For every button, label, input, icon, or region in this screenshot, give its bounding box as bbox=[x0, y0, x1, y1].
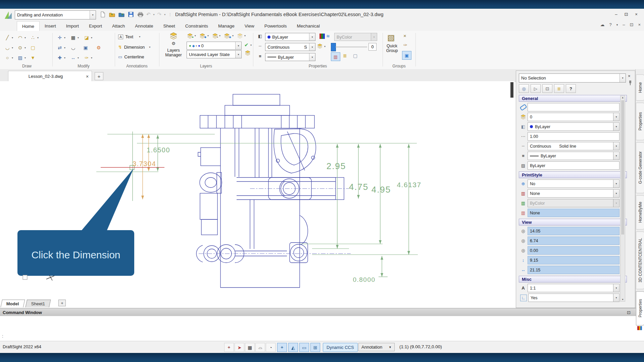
chevron-down-icon[interactable]: ▾ bbox=[90, 11, 96, 19]
select-entities-icon[interactable]: ▷ bbox=[531, 84, 541, 93]
view-height-field[interactable]: 9.15 bbox=[528, 256, 620, 264]
drawing-viewport[interactable]: 1.6500 3.7304 2.95 4.75 4.95 4.6137 0.80… bbox=[0, 81, 514, 308]
transparency-field[interactable]: ByLayer bbox=[528, 161, 620, 170]
caret-icon[interactable]: ▾ bbox=[64, 56, 65, 59]
tab-annotate[interactable]: Annotate bbox=[130, 21, 158, 31]
point-tool-icon[interactable]: ∴ bbox=[30, 34, 36, 41]
caret-icon[interactable]: ▾ bbox=[207, 34, 209, 37]
caret-icon[interactable]: ▾ bbox=[149, 46, 150, 49]
fillet-tool-icon[interactable]: ◡ bbox=[70, 44, 77, 51]
annotation-dimension[interactable]: ↯ Dimension ▾ bbox=[118, 44, 150, 50]
chevron-down-icon[interactable]: ▾ bbox=[613, 294, 620, 302]
side-tab-gcode-generator[interactable]: G-code Generator bbox=[636, 142, 644, 193]
doc-close-icon[interactable]: × bbox=[638, 22, 641, 27]
doc-restore-icon[interactable]: ⊡ bbox=[630, 22, 634, 27]
workspace-selector[interactable]: Drafting and Annotation ▾ bbox=[15, 10, 96, 19]
add-sheet-button[interactable]: + bbox=[58, 300, 66, 306]
palette-scrollbar[interactable]: ▴ ▾ bbox=[620, 96, 625, 302]
dimension-lines-green[interactable] bbox=[96, 132, 418, 277]
dimension-text[interactable]: 4.6137 bbox=[397, 181, 421, 189]
window-minimize-button[interactable]: – bbox=[611, 10, 621, 18]
caret-icon[interactable]: ▾ bbox=[37, 36, 39, 39]
side-tab-3d-contentcentral[interactable]: 3D CONTENTCENTRAL bbox=[636, 231, 644, 289]
annotation-centerline[interactable]: ▭ Centerline bbox=[118, 54, 144, 59]
new-file-icon[interactable] bbox=[99, 11, 106, 18]
chevron-down-icon[interactable]: ▾ bbox=[613, 284, 620, 292]
quick-properties-icon[interactable]: ≣ bbox=[554, 84, 564, 93]
transparency-value-box[interactable]: 0 bbox=[368, 43, 377, 51]
section-header-misc[interactable]: Misc ▲ bbox=[519, 276, 627, 282]
quick-group-button[interactable]: Quick Group bbox=[383, 44, 401, 53]
blank-sheet-icon[interactable]: ▢ bbox=[353, 53, 357, 58]
edit-grip-tool-icon[interactable]: ✑ bbox=[83, 54, 90, 61]
undo-icon[interactable]: ↶ bbox=[146, 11, 151, 17]
edit-group-icon[interactable]: ✑ bbox=[403, 42, 407, 48]
caret-icon[interactable]: ▾ bbox=[12, 56, 13, 59]
tab-constraints[interactable]: Constraints bbox=[180, 21, 213, 31]
scrollbar-thumb[interactable] bbox=[621, 100, 624, 235]
tab-import[interactable]: Import bbox=[61, 21, 84, 31]
ortho-toggle-icon[interactable]: ⌓ bbox=[255, 343, 265, 352]
printstyle-table-field[interactable]: None bbox=[528, 189, 613, 198]
caret-icon[interactable]: ▾ bbox=[219, 34, 220, 37]
erase-tool-icon[interactable]: ◪ bbox=[83, 34, 90, 41]
print-icon[interactable] bbox=[137, 11, 144, 18]
transparency-slider-handle[interactable] bbox=[331, 43, 336, 51]
caret-icon[interactable]: ▾ bbox=[24, 46, 26, 49]
palette-close-icon[interactable]: × bbox=[628, 73, 631, 79]
properties-report-icon[interactable]: ≣ bbox=[343, 53, 347, 58]
caret-icon[interactable]: ▾ bbox=[78, 56, 79, 59]
layer-state-combo[interactable]: Unsaved Layer State ▾ bbox=[187, 50, 242, 58]
layer-hide-icon[interactable] bbox=[237, 33, 243, 39]
document-tab[interactable]: Lesson_02-3.dwg × bbox=[8, 71, 92, 82]
caret-icon[interactable]: ▾ bbox=[244, 34, 246, 37]
redo-dropdown-icon[interactable]: ▾ bbox=[164, 13, 165, 16]
tab-insert[interactable]: Insert bbox=[40, 21, 61, 31]
save-as-icon[interactable] bbox=[118, 11, 125, 18]
tab-sheet[interactable]: Sheet bbox=[158, 21, 180, 31]
chevron-down-icon[interactable]: ▾ bbox=[309, 53, 315, 61]
command-input-line[interactable]: : bbox=[0, 333, 644, 341]
dimension-text[interactable]: 0.8000 bbox=[353, 276, 375, 283]
polygon-tool-icon[interactable]: ▢ bbox=[30, 44, 36, 51]
ucs-field[interactable]: Yes bbox=[528, 294, 613, 302]
caret-icon[interactable]: ▾ bbox=[78, 36, 79, 39]
arc-tool-icon[interactable]: ◡ bbox=[4, 44, 11, 51]
dimension-text[interactable]: 4.75 bbox=[349, 182, 369, 192]
active-layer-combo[interactable]: ● ◆ ▪ ● 0 ▾ bbox=[187, 42, 242, 50]
annotation-text[interactable]: A Text ▾ bbox=[118, 34, 140, 39]
part-geometry[interactable] bbox=[196, 94, 344, 288]
dimension-text[interactable]: 1.6500 bbox=[147, 146, 170, 154]
window-restore-button[interactable]: ⊡ bbox=[621, 10, 631, 18]
side-tab-homebyme[interactable]: HomeByMe bbox=[636, 195, 644, 229]
stretch-tool-icon[interactable]: ⇄ bbox=[56, 44, 63, 51]
caret-icon[interactable]: ▾ bbox=[64, 46, 65, 49]
polyline-tool-icon[interactable]: ◠ bbox=[17, 34, 23, 41]
tab-export[interactable]: Export bbox=[84, 21, 107, 31]
new-document-tab-button[interactable]: + bbox=[95, 72, 103, 80]
cloud-icon[interactable]: ☁ bbox=[600, 22, 605, 27]
chevron-down-icon[interactable]: ▾ bbox=[620, 74, 626, 82]
qat-more-icon[interactable]: ⋮ bbox=[168, 12, 172, 17]
chevron-down-icon[interactable]: ▾ bbox=[235, 42, 241, 49]
caret-icon[interactable]: ▾ bbox=[91, 36, 92, 39]
view-width-field[interactable]: 21.15 bbox=[528, 266, 620, 274]
caret-icon[interactable]: ▾ bbox=[64, 36, 65, 39]
caret-icon[interactable]: ▾ bbox=[12, 46, 13, 49]
grid-toggle-icon[interactable]: ▦ bbox=[245, 343, 255, 352]
open-file-icon[interactable] bbox=[109, 11, 115, 18]
revcloud-tool-icon[interactable]: ▼ bbox=[30, 54, 36, 61]
palette-pin-icon[interactable] bbox=[628, 80, 633, 86]
dimension-text[interactable]: 2.95 bbox=[327, 161, 346, 171]
ribbon-collapse-icon[interactable]: ▾ bbox=[616, 23, 618, 27]
selection-filter-combo[interactable]: No Selection ▾ bbox=[519, 73, 626, 83]
tab-attach[interactable]: Attach bbox=[107, 21, 130, 31]
line-style-combo[interactable]: ContinuousS ▾ bbox=[265, 43, 315, 51]
redo-icon[interactable]: ↷ bbox=[157, 11, 162, 17]
printstyle-attached-field[interactable]: None bbox=[528, 209, 620, 217]
undo-dropdown-icon[interactable]: ▾ bbox=[153, 13, 155, 16]
chevron-down-icon[interactable]: ▼ bbox=[389, 346, 392, 349]
annotation-scale-dropdown[interactable]: Annotation ▼ bbox=[358, 343, 395, 351]
ccs-icon[interactable]: ⊞ bbox=[310, 343, 320, 352]
quick-group-icon[interactable]: ▧ bbox=[387, 33, 395, 42]
